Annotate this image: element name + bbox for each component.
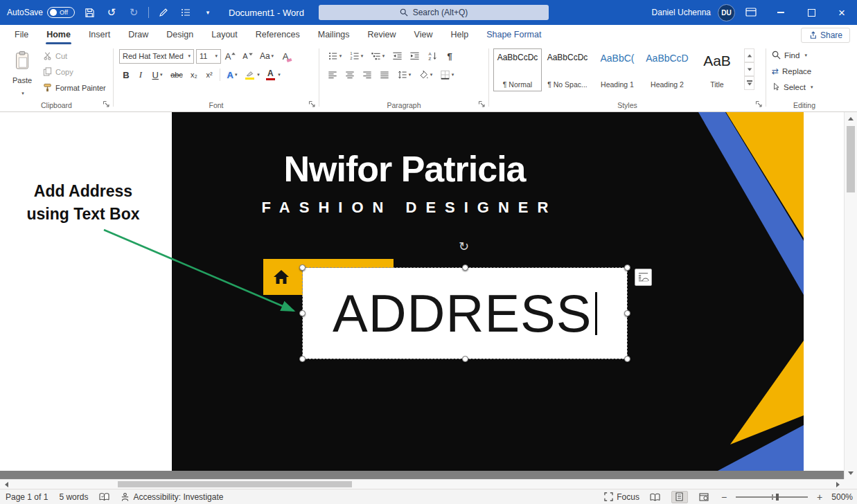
avatar[interactable]: DU [718, 4, 735, 21]
resize-handle-se[interactable] [624, 356, 630, 362]
superscript-button[interactable]: x² [202, 67, 216, 82]
styles-more-button[interactable] [744, 76, 754, 90]
customize-qat-chevron-icon[interactable]: ▾ [200, 3, 215, 21]
save-icon[interactable] [82, 3, 97, 21]
show-formatting-button[interactable]: ¶ [443, 48, 457, 64]
shrink-font-button[interactable]: A [240, 48, 256, 64]
print-layout-button[interactable] [671, 491, 688, 503]
vertical-scrollbar[interactable] [844, 112, 857, 479]
tab-design[interactable]: Design [157, 25, 202, 44]
styles-dialog-launcher[interactable] [755, 100, 763, 108]
find-button[interactable]: Find ▾ [772, 51, 807, 60]
scroll-right-button[interactable] [833, 480, 842, 489]
resize-handle-sw[interactable] [299, 356, 306, 362]
shading-button[interactable]: ▾ [416, 67, 435, 82]
bullets-button[interactable]: ▾ [325, 48, 344, 64]
styles-scroll-down-button[interactable] [744, 62, 754, 76]
rotate-handle[interactable]: ↻ [459, 240, 469, 253]
word-count[interactable]: 5 words [59, 492, 88, 502]
change-case-button[interactable]: Aa▾ [258, 48, 276, 64]
tab-mailings[interactable]: Mailings [309, 25, 359, 44]
account-name[interactable]: Daniel Uchenna [652, 8, 711, 17]
style-title[interactable]: AaB Title [693, 48, 741, 91]
list-icon[interactable] [178, 3, 193, 21]
close-button[interactable]: × [827, 0, 857, 25]
style-normal[interactable]: AaBbCcDc ¶ Normal [493, 48, 542, 91]
decrease-indent-button[interactable] [389, 48, 405, 64]
styles-scroll-up-button[interactable] [744, 48, 754, 62]
tab-insert[interactable]: Insert [80, 25, 119, 44]
style-no-spacing[interactable]: AaBbCcDc ¶ No Spac... [543, 48, 592, 91]
clipboard-dialog-launcher[interactable] [103, 100, 110, 108]
cut-button[interactable]: Cut [43, 51, 67, 60]
tab-shape-format[interactable]: Shape Format [477, 25, 550, 44]
align-right-button[interactable] [360, 67, 375, 82]
numbering-button[interactable]: 12 ▾ [346, 48, 366, 64]
zoom-slider[interactable] [736, 490, 808, 504]
clear-formatting-button[interactable]: A [278, 48, 293, 64]
align-left-button[interactable] [325, 67, 340, 82]
scroll-up-button[interactable] [845, 114, 857, 123]
draw-touch-icon[interactable] [156, 3, 171, 21]
tab-review[interactable]: Review [359, 25, 405, 44]
share-button[interactable]: Share [801, 28, 850, 43]
focus-mode-button[interactable]: Focus [604, 492, 639, 502]
address-textbox[interactable]: ADDRESS ↻ [303, 268, 627, 359]
tab-home[interactable]: Home [37, 25, 80, 44]
resize-handle-n[interactable] [462, 264, 468, 271]
tab-layout[interactable]: Layout [202, 25, 247, 44]
scroll-left-button[interactable] [1, 480, 11, 489]
resize-handle-e[interactable] [624, 310, 630, 316]
font-size-combobox[interactable]: 11 ▾ [196, 49, 221, 64]
resize-handle-w[interactable] [299, 310, 306, 316]
accessibility-status-button[interactable]: Accessibility: Investigate [121, 492, 223, 502]
zoom-level[interactable]: 500% [831, 492, 853, 502]
layout-options-button[interactable] [635, 269, 652, 286]
redo-icon[interactable]: ↻ [126, 3, 141, 21]
style-heading-1[interactable]: AaBbC( Heading 1 [593, 48, 642, 91]
style-heading-2[interactable]: AaBbCcD Heading 2 [643, 48, 691, 91]
autosave-toggle[interactable]: AutoSave Off [7, 7, 75, 18]
copy-button[interactable]: Copy [43, 67, 73, 76]
resize-handle-ne[interactable] [624, 264, 630, 271]
resize-handle-nw[interactable] [299, 264, 306, 271]
grow-font-button[interactable]: A [223, 48, 238, 64]
text-effects-button[interactable]: A▾ [224, 67, 240, 82]
autosave-switch[interactable]: Off [47, 7, 75, 18]
paste-button[interactable]: Paste ▾ [6, 48, 39, 98]
underline-button[interactable]: U▾ [148, 67, 166, 82]
tab-references[interactable]: References [247, 25, 309, 44]
maximize-button[interactable] [796, 0, 827, 25]
font-color-button[interactable]: A ▾ [263, 67, 282, 82]
zoom-thumb[interactable] [776, 494, 779, 501]
font-dialog-launcher[interactable] [308, 100, 316, 108]
scroll-down-button[interactable] [845, 468, 857, 478]
font-family-combobox[interactable]: Red Hat Text Med ▾ [119, 49, 194, 64]
highlight-color-button[interactable]: ▾ [242, 67, 261, 82]
bold-button[interactable]: B [119, 67, 133, 82]
paragraph-dialog-launcher[interactable] [478, 100, 486, 108]
proofing-status-button[interactable] [99, 492, 109, 501]
line-spacing-button[interactable]: ▾ [394, 67, 414, 82]
ribbon-display-options-icon[interactable] [743, 3, 759, 21]
tab-draw[interactable]: Draw [119, 25, 157, 44]
tab-file[interactable]: File [6, 25, 37, 44]
undo-icon[interactable]: ↺ [104, 3, 119, 21]
select-button[interactable]: Select ▾ [772, 82, 813, 91]
vertical-scroll-thumb[interactable] [847, 126, 855, 192]
multilevel-list-button[interactable]: ▾ [368, 48, 387, 64]
horizontal-scroll-thumb[interactable] [118, 481, 352, 487]
italic-button[interactable]: I [134, 67, 147, 82]
read-mode-button[interactable] [647, 491, 664, 503]
align-center-button[interactable] [342, 67, 357, 82]
replace-button[interactable]: ⇄ Replace [772, 66, 811, 76]
strikethrough-button[interactable]: abc [168, 67, 186, 82]
zoom-out-button[interactable]: − [720, 492, 728, 503]
justify-button[interactable] [377, 67, 392, 82]
page-indicator[interactable]: Page 1 of 1 [6, 492, 48, 502]
subscript-button[interactable]: x₂ [187, 67, 201, 82]
sort-button[interactable]: AZ [424, 48, 441, 64]
increase-indent-button[interactable] [407, 48, 422, 64]
horizontal-scrollbar[interactable] [0, 479, 844, 489]
borders-button[interactable]: ▾ [437, 67, 457, 82]
